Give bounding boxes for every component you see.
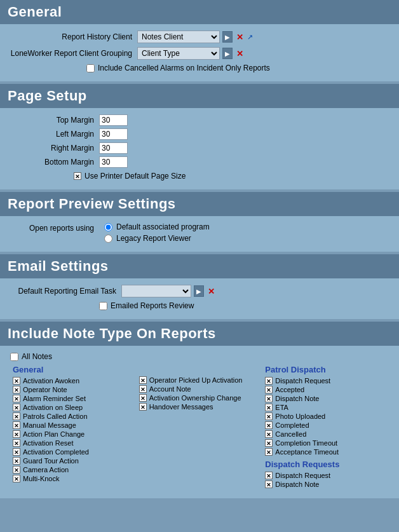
dispatch-note-cb: ✕ <box>265 395 273 402</box>
activation-sleep-cb: ✕ <box>13 404 20 411</box>
guard-tour-cb: ✕ <box>13 457 20 465</box>
bottom-margin-row: Bottom Margin <box>10 156 389 168</box>
dispatch-request2-cb: ✕ <box>265 472 273 479</box>
note-activation-completed: ✕ Activation Completed <box>13 448 134 456</box>
report-history-row: Report History Client Notes Client ▶ ✕ ↗ <box>10 31 389 43</box>
default-email-select[interactable] <box>121 285 191 297</box>
note-handover-messages: ✕ Handover Messages <box>139 403 260 411</box>
default-email-control: ▶ ✕ <box>121 285 216 297</box>
note-dispatch-note2: ✕ Dispatch Note <box>265 481 386 488</box>
note-manual-message: ✕ Manual Message <box>13 421 134 429</box>
include-cancelled-checkbox[interactable] <box>86 64 95 72</box>
activation-awoken-cb: ✕ <box>13 377 20 385</box>
all-notes-checkbox[interactable] <box>10 353 18 361</box>
activation-completed-cb: ✕ <box>13 448 20 456</box>
note-camera-action: ✕ Camera Action <box>13 466 134 474</box>
report-history-arrow[interactable]: ▶ <box>222 31 233 43</box>
all-notes-label: All Notes <box>22 352 52 361</box>
default-email-clear[interactable]: ✕ <box>206 287 216 296</box>
action-plan-change-cb: ✕ <box>13 430 20 438</box>
include-cancelled-row: Include Cancelled Alarms on Incident Onl… <box>10 64 389 72</box>
note-photo-uploaded: ✕ Photo Uploaded <box>265 413 386 420</box>
general-header: General <box>0 0 399 24</box>
emailed-reports-row: Emailed Reports Review <box>10 301 389 310</box>
loneworker-control: Client Type ▶ ✕ <box>137 47 245 60</box>
camera-action-cb: ✕ <box>13 466 20 474</box>
report-preview-radio-group: Default associated program Legacy Report… <box>104 222 210 243</box>
note-activation-reset: ✕ Activation Reset <box>13 439 134 447</box>
legacy-viewer-label: Legacy Report Viewer <box>116 234 191 243</box>
multi-knock-cb: ✕ <box>13 475 20 482</box>
email-settings-header: Email Settings <box>0 254 399 278</box>
loneworker-select[interactable]: Client Type <box>137 47 220 60</box>
default-email-row: Default Reporting Email Task ▶ ✕ <box>10 285 389 297</box>
note-dispatch-note: ✕ Dispatch Note <box>265 395 386 402</box>
emailed-reports-label: Emailed Reports Review <box>111 301 194 310</box>
note-operator-picked-up: ✕ Operator Picked Up Activation <box>139 376 260 384</box>
report-history-clear[interactable]: ✕ <box>235 32 245 42</box>
general-col-header: General <box>13 365 134 374</box>
loneworker-clear[interactable]: ✕ <box>235 49 245 58</box>
handover-messages-cb: ✕ <box>139 403 147 411</box>
left-margin-input[interactable] <box>99 128 128 140</box>
loneworker-row: LoneWorker Report Client Grouping Client… <box>10 47 389 60</box>
include-cancelled-label: Include Cancelled Alarms on Incident Onl… <box>98 64 270 72</box>
general-section: General Report History Client Notes Clie… <box>0 0 399 81</box>
default-program-row: Default associated program <box>104 222 210 231</box>
operator-note-cb: ✕ <box>13 386 20 393</box>
top-margin-input[interactable] <box>99 114 128 126</box>
loneworker-arrow[interactable]: ▶ <box>222 48 233 59</box>
report-history-select[interactable]: Notes Client <box>137 31 220 43</box>
report-history-link[interactable]: ↗ <box>247 33 253 41</box>
note-dispatch-request: ✕ Dispatch Request <box>265 377 386 385</box>
printer-default-row: ✕ Use Printer Default Page Size <box>10 172 389 181</box>
note-alarm-reminder: ✕ Alarm Reminder Set <box>13 395 134 402</box>
accepted-cb: ✕ <box>265 386 273 393</box>
printer-default-label: Use Printer Default Page Size <box>85 172 186 181</box>
right-margin-input[interactable] <box>99 142 128 154</box>
note-acceptance-timeout: ✕ Acceptance Timeout <box>265 448 386 456</box>
operator-picked-up-cb: ✕ <box>139 376 147 384</box>
default-email-label: Default Reporting Email Task <box>10 287 121 296</box>
right-margin-label: Right Margin <box>10 144 99 153</box>
report-history-label: Report History Client <box>10 32 137 41</box>
page-setup-header: Page Setup <box>0 84 399 108</box>
default-email-arrow[interactable]: ▶ <box>194 285 204 297</box>
legacy-viewer-row: Legacy Report Viewer <box>104 234 210 243</box>
completed-cb: ✕ <box>265 421 273 429</box>
default-program-radio[interactable] <box>104 223 112 231</box>
top-margin-row: Top Margin <box>10 114 389 126</box>
dispatch-requests-header: Dispatch Requests <box>265 460 386 469</box>
general-col2: ✕ Operator Picked Up Activation ✕ Accoun… <box>137 365 263 489</box>
activation-reset-cb: ✕ <box>13 439 20 447</box>
completion-timeout-cb: ✕ <box>265 439 273 447</box>
note-cancelled: ✕ Cancelled <box>265 430 386 438</box>
loneworker-label: LoneWorker Report Client Grouping <box>10 49 137 58</box>
account-note-cb: ✕ <box>139 385 147 393</box>
email-settings-section: Email Settings Default Reporting Email T… <box>0 254 399 319</box>
acceptance-timeout-cb: ✕ <box>265 448 273 456</box>
bottom-margin-input[interactable] <box>99 156 128 168</box>
note-completed: ✕ Completed <box>265 421 386 429</box>
alarm-reminder-cb: ✕ <box>13 395 20 402</box>
report-preview-header: Report Preview Settings <box>0 192 399 216</box>
emailed-reports-checkbox[interactable] <box>99 302 107 310</box>
note-eta: ✕ ETA <box>265 404 386 411</box>
note-action-plan-change: ✕ Action Plan Change <box>13 430 134 438</box>
note-multi-knock: ✕ Multi-Knock <box>13 475 134 482</box>
activation-ownership-cb: ✕ <box>139 394 147 402</box>
right-margin-row: Right Margin <box>10 142 389 154</box>
report-preview-section: Report Preview Settings Open reports usi… <box>0 192 399 252</box>
note-dispatch-request2: ✕ Dispatch Request <box>265 472 386 479</box>
all-notes-row: All Notes <box>10 352 389 361</box>
patrols-called-cb: ✕ <box>13 413 20 420</box>
include-note-header: Include Note Type On Reports <box>0 322 399 346</box>
patrol-dispatch-header: Patrol Dispatch <box>265 365 386 374</box>
note-activation-ownership: ✕ Activation Ownership Change <box>139 394 260 402</box>
left-margin-label: Left Margin <box>10 130 99 139</box>
legacy-viewer-radio[interactable] <box>104 235 112 243</box>
note-account-note: ✕ Account Note <box>139 385 260 393</box>
note-operator-note: ✕ Operator Note <box>13 386 134 393</box>
dispatch-request-cb: ✕ <box>265 377 273 385</box>
note-accepted: ✕ Accepted <box>265 386 386 393</box>
